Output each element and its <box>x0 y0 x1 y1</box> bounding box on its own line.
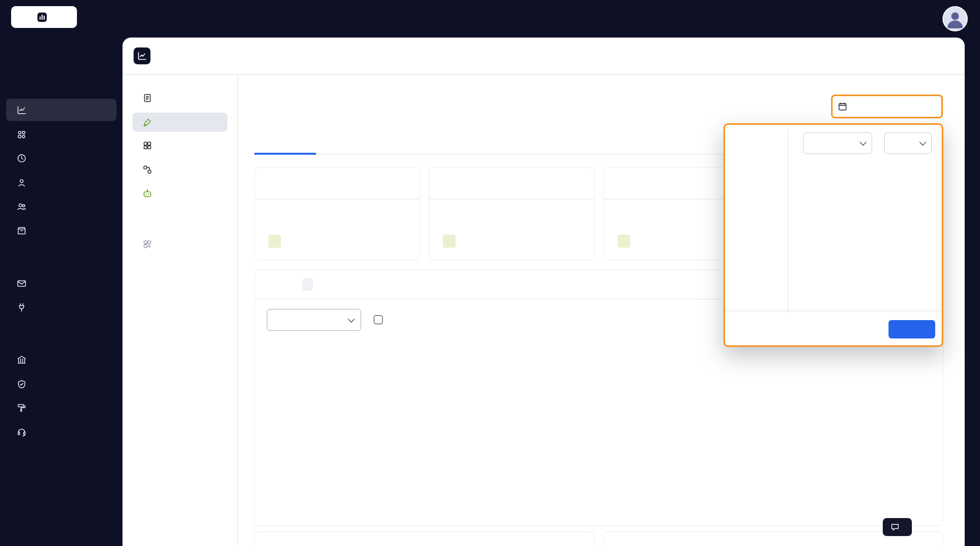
signature-pen-icon <box>142 117 152 127</box>
sidebar-item-emails[interactable] <box>6 272 116 294</box>
apply-button[interactable] <box>889 320 935 338</box>
sidebar <box>0 0 122 546</box>
subnav-item-signs[interactable] <box>132 113 227 132</box>
analytics-app-icon <box>134 47 150 64</box>
sidebar-item-activity-log[interactable] <box>6 147 116 169</box>
subnav-item-agents[interactable] <box>132 184 227 203</box>
card-divider <box>255 199 420 199</box>
assets-icon <box>16 129 27 140</box>
sidebar-item-integrations[interactable] <box>6 296 116 318</box>
paint-roller-icon <box>16 403 27 413</box>
avatar[interactable] <box>942 6 968 31</box>
show-totals-checkbox[interactable] <box>374 315 383 324</box>
document-icon <box>142 93 152 103</box>
trends-range-badge <box>302 278 313 291</box>
report-box-icon <box>16 226 27 236</box>
chevron-down-icon <box>348 316 354 322</box>
bottom-card-left <box>254 531 595 546</box>
sidebar-item-users[interactable] <box>6 172 116 194</box>
subnav-item-forms[interactable] <box>132 88 227 108</box>
chart-line-icon <box>16 105 27 115</box>
popup-divider <box>787 129 788 313</box>
sidebar-item-customization[interactable] <box>6 397 116 419</box>
popup-footer-divider <box>725 311 942 311</box>
sidebar-item-support[interactable] <box>6 420 116 443</box>
sidebar-item-analytics[interactable] <box>6 99 116 121</box>
headset-icon <box>16 427 27 437</box>
brand-logo-icon <box>37 12 47 23</box>
shield-icon <box>16 379 27 389</box>
sidebar-item-security[interactable] <box>6 373 116 395</box>
subnav-divider <box>237 74 238 546</box>
stat-badge <box>617 235 630 248</box>
date-range-input[interactable] <box>831 95 943 118</box>
grid-icon <box>142 141 152 150</box>
user-icon <box>16 178 27 188</box>
topbar-divider <box>122 74 965 75</box>
stat-card-completed <box>254 167 420 260</box>
sidebar-item-teams[interactable] <box>6 195 116 217</box>
users-icon <box>16 201 27 212</box>
give-feedback-button[interactable] <box>883 518 912 536</box>
subnav-item-custom[interactable] <box>132 235 227 254</box>
agent-bot-icon <box>142 189 152 199</box>
calendar-icon <box>838 101 848 111</box>
main-panel <box>122 38 965 546</box>
active-tab-underline <box>254 153 316 155</box>
cancel-button[interactable] <box>842 320 884 338</box>
date-picker-popup <box>724 123 943 347</box>
sidebar-item-account[interactable] <box>6 348 116 371</box>
sidebar-item-assets[interactable] <box>6 123 116 145</box>
brand-logo[interactable] <box>11 6 77 28</box>
plug-icon <box>16 302 27 312</box>
workflow-icon <box>142 165 152 175</box>
page <box>0 0 980 546</box>
chevron-down-icon <box>919 139 926 145</box>
card-divider <box>429 199 594 199</box>
stat-badge <box>268 235 281 248</box>
subnav-item-workflows[interactable] <box>132 160 227 179</box>
person-icon <box>944 7 967 30</box>
chevron-down-icon <box>859 139 866 145</box>
metrics-dropdown[interactable] <box>267 309 361 331</box>
mail-icon <box>16 278 27 289</box>
year-select[interactable] <box>884 132 932 154</box>
stat-card-incomplete <box>429 167 595 260</box>
month-select[interactable] <box>803 132 872 154</box>
bank-icon <box>16 355 27 365</box>
chat-bubble-icon <box>890 523 900 532</box>
stat-badge <box>443 235 456 248</box>
chart-line-icon <box>137 51 147 61</box>
subnav-item-apps[interactable] <box>132 136 227 155</box>
custom-grid-icon <box>142 239 152 249</box>
sidebar-item-data-reports[interactable] <box>6 219 116 242</box>
clock-icon <box>16 153 27 163</box>
